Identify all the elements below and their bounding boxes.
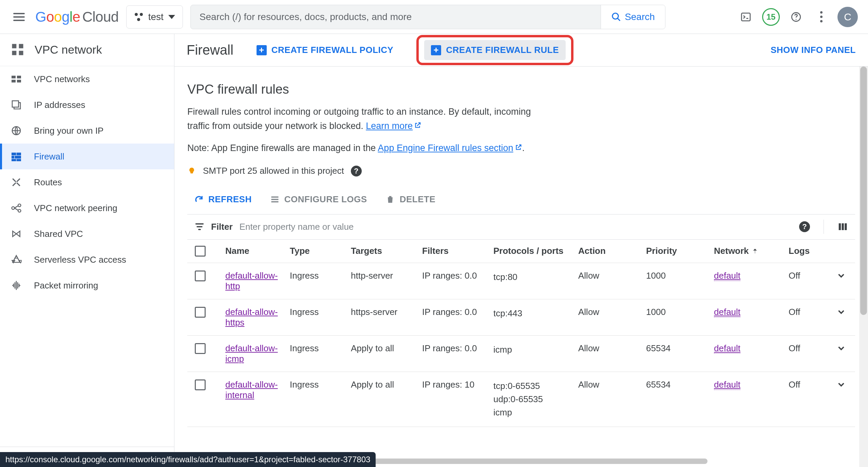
col-name[interactable]: Name [225, 246, 290, 256]
refresh-button[interactable]: REFRESH [194, 194, 252, 205]
expand-row-button[interactable] [826, 343, 856, 353]
delete-button[interactable]: DELETE [385, 194, 436, 205]
rule-name-link[interactable]: default-allow-internal [225, 379, 290, 400]
help-button[interactable] [787, 8, 805, 26]
create-firewall-policy-button[interactable]: + CREATE FIREWALL POLICY [250, 40, 400, 60]
col-type[interactable]: Type [290, 246, 351, 256]
svg-rect-15 [12, 153, 16, 155]
select-all-checkbox[interactable] [195, 246, 206, 257]
cell-targets: http-server [351, 270, 422, 281]
sidebar-item-firewall[interactable]: Firewall [0, 144, 174, 169]
cell-targets: Apply to all [351, 343, 422, 354]
page-header: Firewall + CREATE FIREWALL POLICY + CREA… [174, 34, 868, 67]
sidebar-item-label: VPC network peering [34, 203, 117, 213]
sidebar-item-serverless-vpc[interactable]: Serverless VPC access [0, 247, 174, 273]
expand-row-button[interactable] [826, 270, 856, 281]
filter-input[interactable] [240, 222, 792, 232]
search-input[interactable] [191, 5, 601, 29]
filter-help-button[interactable]: ? [799, 221, 810, 232]
svg-rect-10 [17, 76, 21, 78]
column-display-button[interactable] [837, 222, 848, 232]
network-link[interactable]: default [714, 307, 740, 317]
external-link-icon [414, 119, 421, 127]
expand-row-button[interactable] [826, 379, 856, 390]
chevron-down-icon [836, 343, 846, 353]
svg-rect-12 [17, 80, 21, 82]
scrollbar-thumb[interactable] [357, 459, 707, 464]
sidebar-item-packet-mirroring[interactable]: Packet mirroring [0, 273, 174, 298]
rule-name-link[interactable]: default-allow-https [225, 307, 290, 328]
search-button[interactable]: Search [601, 5, 665, 29]
cell-filters: IP ranges: 0.0 [422, 270, 493, 281]
search-box: Search [190, 5, 665, 29]
rule-name-link[interactable]: default-allow-http [225, 270, 290, 292]
sidebar-product-title: VPC network [35, 43, 102, 56]
row-checkbox[interactable] [195, 343, 206, 354]
sidebar-item-label: Firewall [34, 151, 64, 162]
sidebar-item-vpc-networks[interactable]: VPC networks [0, 66, 174, 92]
col-filters[interactable]: Filters [422, 246, 493, 256]
free-trial-badge[interactable]: 15 [762, 8, 780, 26]
cell-protocols: icmp [493, 343, 578, 356]
chevron-down-icon [836, 379, 846, 390]
app-engine-firewall-link[interactable]: App Engine Firewall rules section [378, 143, 522, 153]
project-name: test [148, 12, 164, 22]
serverless-vpc-icon [10, 254, 22, 266]
svg-rect-20 [17, 159, 21, 161]
col-action[interactable]: Action [578, 246, 646, 256]
tip-help-button[interactable]: ? [351, 166, 362, 176]
cell-action: Allow [578, 307, 646, 317]
kebab-icon [820, 11, 823, 22]
cell-targets: Apply to all [351, 379, 422, 390]
google-cloud-logo[interactable]: Google Cloud [35, 9, 119, 25]
cell-targets: https-server [351, 307, 422, 317]
project-picker[interactable]: test [126, 5, 183, 29]
show-info-panel-button[interactable]: SHOW INFO PANEL [771, 45, 856, 55]
account-avatar[interactable]: C [837, 7, 858, 27]
network-link[interactable]: default [714, 343, 740, 354]
rule-name-link[interactable]: default-allow-icmp [225, 343, 290, 364]
sort-asc-icon [752, 248, 758, 255]
svg-point-0 [612, 13, 619, 19]
peering-icon [10, 202, 22, 214]
scrollbar-thumb[interactable] [860, 67, 867, 315]
more-button[interactable] [812, 8, 830, 26]
sidebar-item-routes[interactable]: Routes [0, 169, 174, 195]
row-checkbox[interactable] [195, 379, 206, 390]
sidebar-item-peering[interactable]: VPC network peering [0, 195, 174, 221]
col-protocols[interactable]: Protocols / ports [493, 246, 578, 256]
cell-protocols: tcp:80 [493, 270, 578, 284]
col-logs[interactable]: Logs [789, 246, 826, 256]
sidebar-item-shared-vpc[interactable]: Shared VPC [0, 221, 174, 247]
svg-rect-9 [12, 76, 16, 78]
byoip-icon [10, 125, 22, 137]
sidebar-item-ip-addresses[interactable]: IP addresses [0, 92, 174, 118]
search-button-label: Search [625, 12, 655, 22]
table-toolbar: REFRESH CONFIGURE LOGS DELETE [187, 190, 855, 214]
svg-rect-29 [842, 223, 844, 230]
nav-menu-button[interactable] [10, 8, 28, 26]
expand-row-button[interactable] [826, 307, 856, 317]
col-network[interactable]: Network [714, 246, 789, 256]
sidebar-item-byoip[interactable]: Bring your own IP [0, 118, 174, 144]
horizontal-scrollbar[interactable] [357, 457, 858, 465]
cell-filters: IP ranges: 0.0 [422, 343, 493, 354]
chevron-down-icon [836, 307, 846, 317]
cloud-shell-button[interactable] [737, 8, 755, 26]
sidebar-product-header[interactable]: VPC network [0, 34, 174, 66]
vertical-scrollbar[interactable] [859, 67, 868, 467]
col-targets[interactable]: Targets [351, 246, 422, 256]
configure-logs-button[interactable]: CONFIGURE LOGS [270, 194, 367, 205]
row-checkbox[interactable] [195, 270, 206, 281]
network-link[interactable]: default [714, 379, 740, 390]
svg-rect-6 [19, 44, 23, 49]
row-checkbox[interactable] [195, 307, 206, 318]
table-header-row: Name Type Targets Filters Protocols / po… [187, 240, 855, 263]
create-firewall-rule-button[interactable]: + CREATE FIREWALL RULE [424, 40, 566, 60]
external-link-icon [515, 143, 522, 150]
section-title: VPC firewall rules [187, 82, 855, 97]
network-link[interactable]: default [714, 270, 740, 281]
col-priority[interactable]: Priority [646, 246, 714, 256]
learn-more-link[interactable]: Learn more [366, 121, 421, 131]
svg-rect-19 [12, 159, 16, 161]
